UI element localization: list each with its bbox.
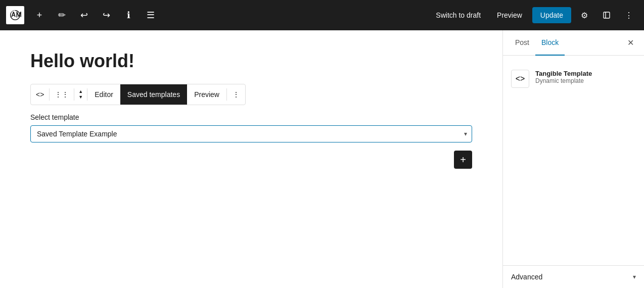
advanced-section: Advanced ▾ — [503, 265, 644, 288]
drag-handle-button[interactable]: ⋮⋮ — [50, 84, 74, 105]
list-view-button[interactable]: ☰ — [142, 6, 160, 24]
more-block-options-button[interactable]: ⋮ — [227, 84, 245, 105]
editor-area: Hello world! <> ⋮⋮ ▲ ▼ Editor Saved temp… — [0, 30, 502, 288]
editor-mode-button[interactable] — [597, 6, 616, 24]
block-icon: <> — [511, 70, 529, 88]
info-button[interactable]: ℹ — [119, 6, 137, 24]
move-down-button[interactable]: ▼ — [76, 94, 85, 100]
redo-button[interactable]: ↪ — [97, 6, 115, 24]
move-up-down-buttons: ▲ ▼ — [74, 88, 87, 101]
add-block-topbar-button[interactable]: + — [30, 6, 49, 24]
add-block-button[interactable]: + — [454, 151, 472, 169]
block-name-wrap: Tangible Template Dynamic template — [535, 70, 592, 84]
wp-logo[interactable] — [6, 6, 24, 24]
block-info: <> Tangible Template Dynamic template — [511, 64, 636, 94]
topbar: + ✏ ↩ ↪ ℹ ☰ Switch to draft Preview Upda… — [0, 0, 644, 30]
svg-rect-0 — [604, 12, 610, 18]
tools-button[interactable]: ✏ — [53, 6, 71, 24]
chevron-down-icon: ▾ — [633, 273, 636, 280]
block-toolbar: <> ⋮⋮ ▲ ▼ Editor Saved templates Preview… — [30, 84, 246, 105]
code-view-button[interactable]: <> — [31, 84, 49, 105]
post-tab-button[interactable]: Post — [509, 30, 535, 56]
sidebar-close-button[interactable]: ✕ — [623, 34, 638, 52]
saved-templates-tab-button[interactable]: Saved templates — [120, 84, 187, 105]
sidebar: Post Block ✕ <> Tangible Template Dynami… — [502, 30, 644, 288]
block-plugin-name: Tangible Template — [535, 70, 592, 77]
settings-button[interactable]: ⚙ — [575, 6, 593, 24]
block-type-name: Dynamic template — [535, 77, 592, 84]
topbar-right: Switch to draft Preview Update ⚙ ⋮ — [430, 6, 638, 24]
switch-to-draft-button[interactable]: Switch to draft — [430, 8, 487, 22]
sidebar-content: <> Tangible Template Dynamic template — [503, 56, 644, 265]
template-select-wrapper: Saved Template Example Another Template … — [30, 125, 472, 142]
advanced-label: Advanced — [511, 273, 542, 281]
sidebar-tabs: Post Block ✕ — [503, 30, 644, 56]
code-icon: <> — [516, 74, 525, 83]
move-up-button[interactable]: ▲ — [76, 89, 85, 94]
editor-tab-button[interactable]: Editor — [87, 84, 120, 105]
template-select[interactable]: Saved Template Example Another Template … — [30, 125, 472, 142]
advanced-toggle-button[interactable]: Advanced ▾ — [503, 266, 644, 288]
block-tab-button[interactable]: Block — [535, 30, 565, 56]
more-options-button[interactable]: ⋮ — [620, 6, 638, 24]
preview-button[interactable]: Preview — [491, 8, 528, 22]
update-button[interactable]: Update — [532, 7, 571, 23]
select-template-label: Select template — [30, 113, 472, 121]
post-title[interactable]: Hello world! — [30, 51, 472, 72]
preview-tab-button[interactable]: Preview — [187, 84, 226, 105]
main-layout: Hello world! <> ⋮⋮ ▲ ▼ Editor Saved temp… — [0, 30, 644, 288]
undo-button[interactable]: ↩ — [75, 6, 93, 24]
add-block-area: + — [30, 151, 472, 169]
